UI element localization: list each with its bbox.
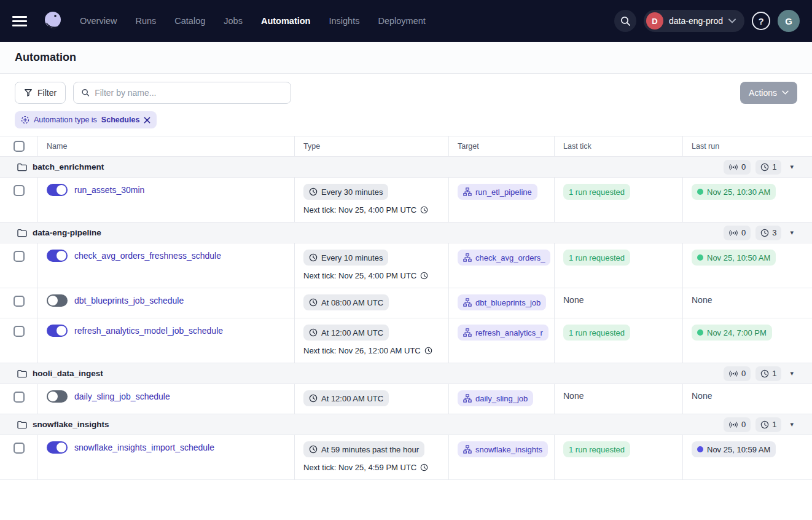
user-avatar[interactable]: G [778,10,800,32]
group-name: snowflake_insights [33,420,109,429]
clock-icon [760,369,769,378]
last-run-status[interactable]: Nov 25, 10:59 AM [692,441,776,457]
clock-icon [309,328,318,337]
workspace-avatar: D [646,12,663,30]
last-tick-none: None [563,390,584,401]
nav-item-catalog[interactable]: Catalog [174,16,205,26]
row-checkbox[interactable] [14,326,25,337]
schedule-interval: At 12:00 AM UTC [321,328,383,337]
select-all-checkbox[interactable] [14,141,25,152]
group-row-data-eng-pipeline[interactable]: data-eng-pipeline 0 3 ▾ [0,223,812,243]
name-filter-input[interactable] [95,88,283,98]
schedule-count: 1 [772,369,776,378]
table-row: run_assets_30min Every 30 minutes Next t… [0,178,812,223]
group-row-batch-enrichment[interactable]: batch_enrichment 0 1 ▾ [0,157,812,178]
column-header-name: Name [38,136,295,156]
last-tick-status[interactable]: 1 run requested [563,441,630,457]
last-tick-status[interactable]: 1 run requested [563,184,630,200]
remove-filter-icon[interactable] [144,117,150,124]
schedule-name-link[interactable]: daily_sling_job_schedule [74,392,170,401]
last-run-time: Nov 25, 10:30 AM [707,187,770,197]
schedule-interval: Every 10 minutes [321,253,383,262]
nav-item-deployment[interactable]: Deployment [378,16,425,26]
actions-button-label: Actions [749,88,777,98]
next-tick-text: Next tick: Nov 25, 4:59 PM UTC [303,463,416,472]
menu-icon[interactable] [12,12,29,30]
table-row: daily_sling_job_schedule At 12:00 AM UTC… [0,384,812,414]
row-checkbox[interactable] [14,443,25,454]
schedule-name-link[interactable]: check_avg_orders_freshness_schdule [74,251,221,261]
last-run-time: Nov 25, 10:59 AM [707,445,770,454]
row-checkbox[interactable] [14,296,25,307]
schedule-toggle[interactable] [47,294,68,307]
last-tick-status[interactable]: 1 run requested [563,250,630,266]
workspace-switcher[interactable]: D data-eng-prod [644,10,744,32]
last-run-status[interactable]: Nov 25, 10:50 AM [692,250,776,266]
last-run-none: None [692,390,712,401]
target-job-pill[interactable]: refresh_analytics_r [458,325,548,341]
search-icon[interactable] [614,10,636,32]
target-job-name: refresh_analytics_r [475,328,543,337]
schedule-name-link[interactable]: snowflake_insights_import_schedule [74,443,214,452]
help-icon[interactable]: ? [752,12,770,30]
sensor-icon [728,163,738,171]
collapse-caret-icon[interactable]: ▾ [786,162,797,172]
filter-button[interactable]: Filter [15,82,66,104]
schedule-toggle[interactable] [47,184,68,196]
table-row: refresh_analytics_model_job_schedule At … [0,318,812,363]
nav-items: Overview Runs Catalog Jobs Automation In… [80,16,426,26]
automation-type-filter-chip[interactable]: Automation type is Schedules [15,111,157,128]
schedule-count: 1 [772,162,776,171]
schedule-name-link[interactable]: refresh_analytics_model_job_schedule [74,326,223,336]
collapse-caret-icon[interactable]: ▾ [786,419,797,430]
target-job-pill[interactable]: daily_sling_job [458,390,533,406]
last-run-status[interactable]: Nov 24, 7:00 PM [692,325,772,341]
dagster-logo-icon[interactable] [41,9,65,33]
target-job-pill[interactable]: snowflake_insights [458,441,548,457]
nav-right: D data-eng-prod ? G [614,10,800,32]
schedule-interval: Every 30 minutes [321,187,383,197]
schedule-count-badge: 1 [755,366,781,381]
group-row-snowflake-insights[interactable]: snowflake_insights 0 1 ▾ [0,414,812,435]
schedule-name-link[interactable]: dbt_blueprints_job_schedule [74,296,184,305]
nav-item-automation[interactable]: Automation [261,16,311,26]
nav-item-jobs[interactable]: Jobs [224,16,243,26]
group-row-hooli-data-ingest[interactable]: hooli_data_ingest 0 1 ▾ [0,363,812,384]
job-graph-icon [463,394,472,403]
collapse-caret-icon[interactable]: ▾ [786,368,797,379]
name-filter-box [73,82,291,104]
table-row: check_avg_orders_freshness_schdule Every… [0,243,812,288]
row-checkbox[interactable] [14,392,25,403]
actions-button[interactable]: Actions [740,82,797,104]
nav-item-insights[interactable]: Insights [329,16,359,26]
nav-item-overview[interactable]: Overview [80,16,117,26]
target-job-pill[interactable]: check_avg_orders_ [458,250,550,266]
last-tick-status[interactable]: 1 run requested [563,325,630,341]
schedule-interval-pill: At 12:00 AM UTC [303,325,389,341]
row-checkbox[interactable] [14,185,25,196]
clock-icon [424,347,432,355]
column-header-type: Type [295,136,449,156]
filter-chip-value: Schedules [101,116,140,124]
run-success-dot [697,254,703,261]
schedule-toggle[interactable] [47,250,68,262]
last-run-status[interactable]: Nov 25, 10:30 AM [692,184,776,200]
schedule-interval-pill: At 12:00 AM UTC [303,390,389,406]
table-row: dbt_blueprints_job_schedule At 08:00 AM … [0,288,812,318]
target-job-pill[interactable]: run_etl_pipeline [458,184,537,200]
schedule-toggle[interactable] [47,441,68,454]
target-job-pill[interactable]: dbt_blueprints_job [458,294,546,310]
table-header: Name Type Target Last tick Last run [0,136,812,157]
schedule-name-link[interactable]: run_assets_30min [74,185,144,195]
schedule-count: 3 [772,228,776,237]
schedule-toggle[interactable] [47,325,68,337]
nav-item-runs[interactable]: Runs [135,16,156,26]
collapse-caret-icon[interactable]: ▾ [786,227,797,238]
clock-icon [309,253,318,262]
schedule-count: 1 [772,420,776,429]
schedule-toggle[interactable] [47,390,68,403]
row-checkbox[interactable] [14,251,25,262]
filter-chip-prefix: Automation type is [34,116,97,124]
next-tick-text: Next tick: Nov 25, 4:00 PM UTC [303,271,416,280]
last-run-time: Nov 25, 10:50 AM [707,253,770,262]
